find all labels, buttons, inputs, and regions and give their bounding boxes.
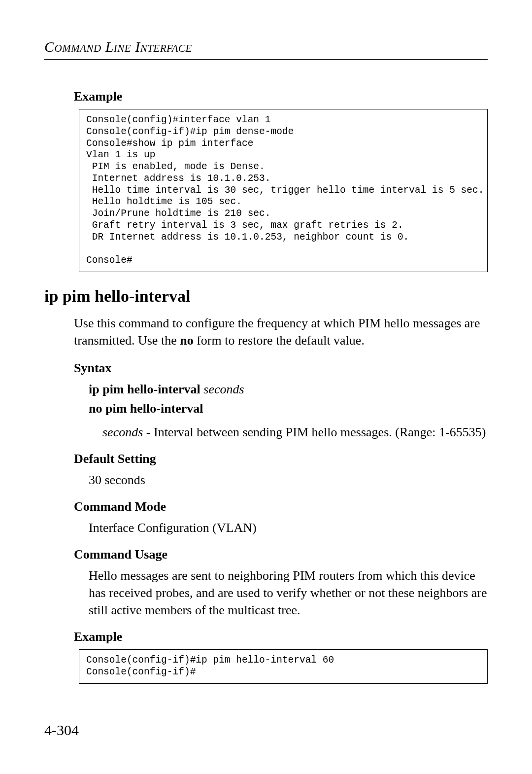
document-page: Command Line Interface Example Console(c… [0,0,532,774]
example2-code: Console(config-if)#ip pim hello-interval… [79,649,488,684]
default-setting-label: Default Setting [74,452,488,466]
command-usage-value: Hello messages are sent to neighboring P… [89,567,488,619]
command-mode-label: Command Mode [74,499,488,514]
example1-code: Console(config)#interface vlan 1 Console… [79,109,488,272]
example2-label: Example [74,630,488,644]
syntax-line1-bold: ip pim hello-interval [89,382,200,396]
syntax-line1-ital: seconds [203,382,244,396]
desc-bold: no [180,333,193,348]
running-header: Command Line Interface [44,38,488,55]
header-rule [44,59,488,60]
command-description: Use this command to configure the freque… [74,315,488,349]
syntax-param-ital: seconds [102,425,143,439]
default-setting-value: 30 seconds [89,471,488,489]
page-number: 4-304 [44,722,79,739]
syntax-label: Syntax [74,361,488,376]
desc-post: form to restore the default value. [194,333,365,348]
syntax-param-text: - Interval between sending PIM hello mes… [143,425,486,439]
syntax-param: seconds - Interval between sending PIM h… [102,423,488,441]
syntax-line2: no pim hello-interval [89,400,488,417]
syntax-line2-bold: no pim hello-interval [89,401,203,416]
command-heading: ip pim hello-interval [44,287,488,306]
example1-label: Example [74,89,488,104]
command-mode-value: Interface Configuration (VLAN) [89,519,488,536]
command-usage-label: Command Usage [74,547,488,562]
syntax-line1: ip pim hello-interval seconds [89,381,488,398]
